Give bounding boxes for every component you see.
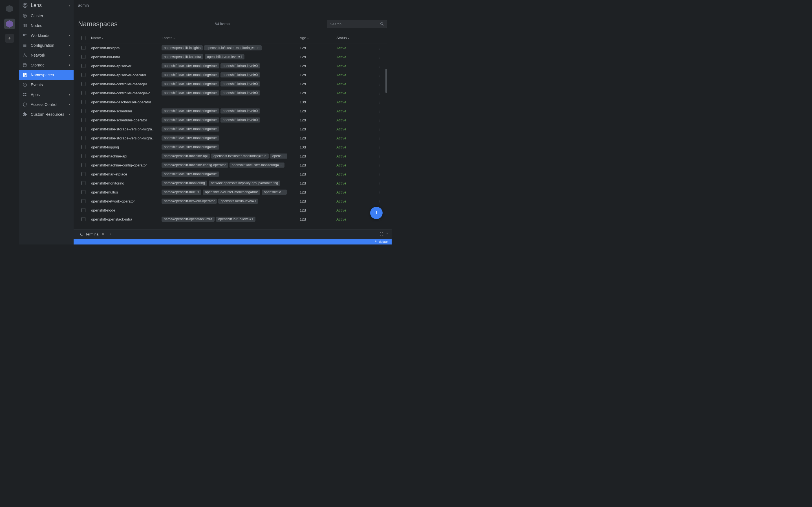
row-menu-button[interactable]: ⋮: [376, 136, 384, 140]
namespace-label[interactable]: openshift.io/run-level=0: [220, 117, 260, 122]
row-menu-button[interactable]: ⋮: [376, 172, 384, 176]
search-box[interactable]: [327, 20, 387, 28]
sidebar-item-events[interactable]: Events: [19, 80, 73, 90]
sidebar-item-workloads[interactable]: Workloads▾: [19, 31, 73, 40]
row-checkbox[interactable]: [82, 181, 86, 185]
namespace-label[interactable]: openshift.io/cluster-monitoring=true: [161, 63, 219, 68]
row-menu-button[interactable]: ⋮: [376, 64, 384, 68]
row-menu-button[interactable]: ⋮: [376, 46, 384, 50]
table-row[interactable]: openshift-kube-storage-version-migra… op…: [78, 124, 387, 133]
column-status[interactable]: Status: [336, 36, 376, 40]
collapse-sidebar-button[interactable]: ‹: [69, 3, 70, 8]
table-row[interactable]: openshift-network-operator name=openshif…: [78, 196, 387, 206]
row-checkbox[interactable]: [82, 136, 86, 140]
namespace-label[interactable]: openshift.io/cluster-monitoring=true: [161, 172, 219, 177]
namespace-label[interactable]: openshift.io/run-level=0: [218, 199, 258, 204]
sidebar-item-apps[interactable]: Apps▾: [19, 90, 73, 100]
namespace-label[interactable]: name=openshift-machine-api: [161, 154, 210, 159]
namespace-label[interactable]: name=openshift-machine-config-operator: [161, 163, 228, 168]
row-menu-button[interactable]: ⋮: [376, 154, 384, 158]
namespace-label[interactable]: openshift.io/cluster-monitoring=…: [230, 163, 285, 168]
terminal-tab[interactable]: Terminal ✕: [77, 232, 107, 236]
fullscreen-icon[interactable]: ⛶: [380, 232, 384, 236]
row-checkbox[interactable]: [82, 118, 86, 122]
namespace-label[interactable]: openshift.io/cluster-monitoring=true: [211, 154, 269, 159]
add-namespace-fab[interactable]: +: [370, 207, 383, 219]
sidebar-item-configuration[interactable]: Configuration▾: [19, 40, 73, 50]
row-menu-button[interactable]: ⋮: [376, 199, 384, 203]
row-menu-button[interactable]: ⋮: [376, 91, 384, 95]
column-labels[interactable]: Labels: [161, 36, 300, 40]
column-age[interactable]: Age: [300, 36, 336, 40]
table-row[interactable]: openshift-kube-apiserver-operator opensh…: [78, 70, 387, 79]
namespace-label[interactable]: openshift.io/run-level=0: [220, 91, 260, 96]
namespace-label[interactable]: openshift.io/cluster-monitoring=true: [161, 145, 219, 150]
table-row[interactable]: openshift-machine-config-operator name=o…: [78, 161, 387, 170]
row-checkbox[interactable]: [82, 91, 86, 95]
namespace-label[interactable]: openshift.io/run-level=0: [220, 108, 260, 114]
namespace-label[interactable]: openshift.io/cluster-monitoring=true: [204, 45, 262, 50]
add-terminal-tab[interactable]: +: [109, 232, 111, 236]
row-checkbox[interactable]: [82, 100, 86, 104]
namespace-label[interactable]: openshift.io/run-level=0: [220, 63, 260, 68]
namespace-label[interactable]: openshift.io/cluster-monitoring=true: [161, 72, 219, 77]
namespace-label[interactable]: openshift.io/cluster-monitoring=true: [161, 81, 219, 87]
rail-cluster-1[interactable]: [4, 3, 15, 14]
rail-cluster-2[interactable]: [4, 18, 15, 29]
row-checkbox[interactable]: [82, 217, 86, 221]
sidebar-item-nodes[interactable]: Nodes: [19, 20, 73, 31]
table-row[interactable]: openshift-node 12d Active ⋮: [78, 206, 387, 215]
row-checkbox[interactable]: [82, 154, 86, 158]
table-row[interactable]: openshift-kube-descheduler-operator 10d …: [78, 98, 387, 107]
row-menu-button[interactable]: ⋮: [376, 145, 384, 149]
row-checkbox[interactable]: [82, 145, 86, 149]
namespace-label[interactable]: openshift.io/run-level=0: [220, 81, 260, 87]
namespace-label[interactable]: openshift.io/run-level=1: [216, 217, 255, 222]
table-row[interactable]: openshift-machine-api name=openshift-mac…: [78, 152, 387, 161]
row-checkbox[interactable]: [82, 127, 86, 131]
table-row[interactable]: openshift-multus name=openshift-multusop…: [78, 187, 387, 196]
row-checkbox[interactable]: [82, 163, 86, 167]
row-checkbox[interactable]: [82, 199, 86, 203]
column-name[interactable]: Name: [91, 36, 161, 40]
table-row[interactable]: openshift-kube-controller-manager opensh…: [78, 79, 387, 89]
namespace-label[interactable]: openshift.io/cluster-monitoring=true: [161, 126, 219, 131]
sidebar-item-namespaces[interactable]: Namespaces: [19, 70, 73, 80]
close-terminal-tab[interactable]: ✕: [101, 232, 105, 236]
add-cluster-button[interactable]: +: [5, 34, 14, 43]
chevron-up-icon[interactable]: ˄: [386, 232, 388, 236]
namespace-label[interactable]: openshift.io/cluster-monitoring=true: [161, 108, 219, 114]
more-labels[interactable]: …: [282, 180, 287, 186]
row-menu-button[interactable]: ⋮: [376, 118, 384, 122]
table-row[interactable]: openshift-kube-scheduler-operator opensh…: [78, 115, 387, 124]
row-menu-button[interactable]: ⋮: [376, 82, 384, 86]
row-menu-button[interactable]: ⋮: [376, 163, 384, 167]
table-row[interactable]: openshift-logging openshift.io/cluster-m…: [78, 143, 387, 152]
row-menu-button[interactable]: ⋮: [376, 127, 384, 131]
row-checkbox[interactable]: [82, 172, 86, 176]
row-menu-button[interactable]: ⋮: [376, 73, 384, 77]
row-menu-button[interactable]: ⋮: [376, 181, 384, 185]
table-row[interactable]: openshift-openstack-infra name=openshift…: [78, 215, 387, 224]
namespace-label[interactable]: openshift.io/run-level=1: [205, 54, 244, 59]
namespace-label[interactable]: name=openshift-openstack-infra: [161, 217, 214, 222]
namespace-label[interactable]: network.openshift.io/policy-group=monito…: [209, 180, 280, 186]
namespace-label[interactable]: name=openshift-kni-infra: [161, 54, 203, 59]
namespace-label[interactable]: name=openshift-insights: [161, 45, 203, 50]
sidebar-item-custom-resources[interactable]: Custom Resources▾: [19, 109, 73, 119]
namespace-label[interactable]: opens…: [270, 154, 287, 159]
table-row[interactable]: openshift-kube-storage-version-migra… op…: [78, 133, 387, 143]
namespace-label[interactable]: name=openshift-multus: [161, 189, 201, 194]
row-checkbox[interactable]: [82, 46, 86, 50]
namespace-label[interactable]: name=openshift-network-operator: [161, 199, 217, 204]
select-all-checkbox[interactable]: [82, 36, 86, 40]
namespace-label[interactable]: openshift.io/cluster-monitoring=true: [203, 189, 260, 194]
sidebar-item-network[interactable]: Network▾: [19, 50, 73, 60]
namespace-label[interactable]: openshift.io/run-level=0: [220, 72, 260, 77]
table-row[interactable]: openshift-insights name=openshift-insigh…: [78, 43, 387, 52]
namespace-label[interactable]: openshift.io/cluster-monitoring=true: [161, 135, 219, 140]
table-row[interactable]: openshift-kube-controller-manager-o… ope…: [78, 89, 387, 98]
table-row[interactable]: openshift-kni-infra name=openshift-kni-i…: [78, 52, 387, 61]
namespace-label[interactable]: openshift.io…: [262, 189, 287, 194]
namespace-label[interactable]: name=openshift-monitoring: [161, 180, 207, 186]
